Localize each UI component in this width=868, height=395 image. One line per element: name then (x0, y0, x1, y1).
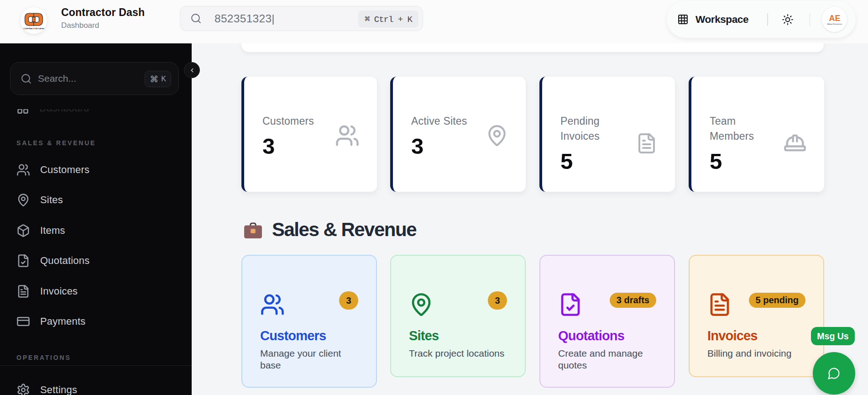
svg-text:Aditya Enterprises: Aditya Enterprises (827, 23, 842, 25)
svg-text:AE: AE (829, 14, 840, 23)
svg-text:CONTRACTOR DASH: CONTRACTOR DASH (23, 27, 44, 30)
